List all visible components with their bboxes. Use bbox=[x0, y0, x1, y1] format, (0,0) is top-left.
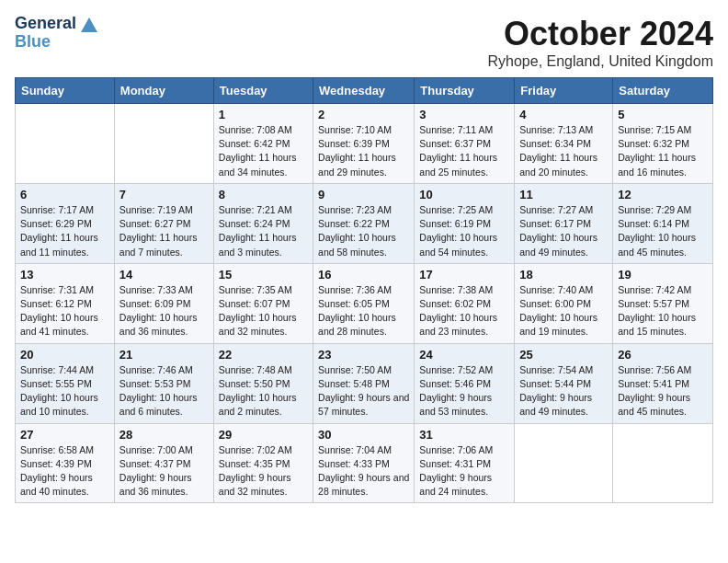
day-info: Sunrise: 7:19 AM Sunset: 6:27 PM Dayligh… bbox=[119, 203, 209, 259]
location: Ryhope, England, United Kingdom bbox=[488, 53, 714, 70]
page-header: General Blue October 2024 Ryhope, Englan… bbox=[15, 15, 713, 70]
day-info: Sunrise: 7:23 AM Sunset: 6:22 PM Dayligh… bbox=[318, 203, 409, 259]
day-info: Sunrise: 7:38 AM Sunset: 6:02 PM Dayligh… bbox=[419, 283, 509, 339]
day-number: 24 bbox=[419, 348, 509, 362]
day-number: 30 bbox=[318, 428, 409, 442]
calendar-week-2: 13Sunrise: 7:31 AM Sunset: 6:12 PM Dayli… bbox=[16, 263, 713, 343]
day-info: Sunrise: 7:50 AM Sunset: 5:48 PM Dayligh… bbox=[318, 363, 409, 419]
calendar-cell: 30Sunrise: 7:04 AM Sunset: 4:33 PM Dayli… bbox=[313, 423, 415, 503]
day-number: 29 bbox=[219, 428, 308, 442]
day-number: 10 bbox=[419, 188, 509, 201]
day-number: 8 bbox=[219, 188, 308, 201]
day-header-saturday: Saturday bbox=[613, 78, 713, 104]
calendar-cell: 8Sunrise: 7:21 AM Sunset: 6:24 PM Daylig… bbox=[213, 183, 313, 263]
day-number: 9 bbox=[318, 188, 409, 201]
day-number: 21 bbox=[119, 348, 209, 362]
day-number: 7 bbox=[119, 188, 209, 201]
day-info: Sunrise: 7:52 AM Sunset: 5:46 PM Dayligh… bbox=[419, 363, 509, 419]
day-number: 19 bbox=[618, 268, 708, 282]
day-info: Sunrise: 7:02 AM Sunset: 4:35 PM Dayligh… bbox=[219, 443, 308, 500]
logo-text: General Blue bbox=[15, 15, 99, 52]
day-number: 26 bbox=[618, 348, 708, 362]
calendar-cell: 3Sunrise: 7:11 AM Sunset: 6:37 PM Daylig… bbox=[415, 104, 515, 184]
day-info: Sunrise: 7:00 AM Sunset: 4:37 PM Dayligh… bbox=[119, 443, 209, 500]
calendar-cell: 21Sunrise: 7:46 AM Sunset: 5:53 PM Dayli… bbox=[114, 343, 213, 423]
day-info: Sunrise: 7:06 AM Sunset: 4:31 PM Dayligh… bbox=[419, 443, 509, 500]
calendar-cell: 22Sunrise: 7:48 AM Sunset: 5:50 PM Dayli… bbox=[213, 343, 313, 423]
calendar-cell: 5Sunrise: 7:15 AM Sunset: 6:32 PM Daylig… bbox=[613, 104, 713, 184]
day-header-monday: Monday bbox=[114, 78, 213, 104]
day-number: 15 bbox=[219, 268, 308, 282]
day-number: 17 bbox=[419, 268, 509, 282]
day-header-thursday: Thursday bbox=[415, 78, 515, 104]
day-number: 22 bbox=[219, 348, 308, 362]
day-header-sunday: Sunday bbox=[16, 78, 115, 104]
day-header-friday: Friday bbox=[515, 78, 613, 104]
day-number: 1 bbox=[219, 108, 308, 121]
day-number: 18 bbox=[519, 268, 608, 282]
day-number: 12 bbox=[618, 188, 708, 201]
day-info: Sunrise: 7:48 AM Sunset: 5:50 PM Dayligh… bbox=[219, 363, 308, 419]
day-number: 25 bbox=[519, 348, 608, 362]
title-block: October 2024 Ryhope, England, United Kin… bbox=[488, 15, 714, 70]
day-number: 23 bbox=[318, 348, 409, 362]
day-info: Sunrise: 6:58 AM Sunset: 4:39 PM Dayligh… bbox=[20, 443, 109, 500]
calendar-week-3: 20Sunrise: 7:44 AM Sunset: 5:55 PM Dayli… bbox=[16, 343, 713, 423]
day-info: Sunrise: 7:35 AM Sunset: 6:07 PM Dayligh… bbox=[219, 283, 308, 339]
calendar-week-1: 6Sunrise: 7:17 AM Sunset: 6:29 PM Daylig… bbox=[16, 183, 713, 263]
calendar-cell: 24Sunrise: 7:52 AM Sunset: 5:46 PM Dayli… bbox=[415, 343, 515, 423]
day-number: 11 bbox=[519, 188, 608, 201]
calendar-cell: 9Sunrise: 7:23 AM Sunset: 6:22 PM Daylig… bbox=[313, 183, 415, 263]
calendar-cell: 13Sunrise: 7:31 AM Sunset: 6:12 PM Dayli… bbox=[16, 263, 115, 343]
day-number: 20 bbox=[20, 348, 109, 362]
day-number: 28 bbox=[119, 428, 209, 442]
day-number: 16 bbox=[318, 268, 409, 282]
day-number: 5 bbox=[618, 108, 708, 121]
day-header-tuesday: Tuesday bbox=[213, 78, 313, 104]
calendar-cell bbox=[114, 104, 213, 184]
calendar-cell: 1Sunrise: 7:08 AM Sunset: 6:42 PM Daylig… bbox=[213, 104, 313, 184]
day-header-wednesday: Wednesday bbox=[313, 78, 415, 104]
calendar-cell: 26Sunrise: 7:56 AM Sunset: 5:41 PM Dayli… bbox=[613, 343, 713, 423]
day-info: Sunrise: 7:46 AM Sunset: 5:53 PM Dayligh… bbox=[119, 363, 209, 419]
calendar-cell: 14Sunrise: 7:33 AM Sunset: 6:09 PM Dayli… bbox=[114, 263, 213, 343]
calendar-table: SundayMondayTuesdayWednesdayThursdayFrid… bbox=[15, 77, 713, 503]
day-info: Sunrise: 7:25 AM Sunset: 6:19 PM Dayligh… bbox=[419, 203, 509, 259]
calendar-week-4: 27Sunrise: 6:58 AM Sunset: 4:39 PM Dayli… bbox=[16, 423, 713, 503]
calendar-cell: 19Sunrise: 7:42 AM Sunset: 5:57 PM Dayli… bbox=[613, 263, 713, 343]
day-info: Sunrise: 7:42 AM Sunset: 5:57 PM Dayligh… bbox=[618, 283, 708, 339]
calendar-cell: 15Sunrise: 7:35 AM Sunset: 6:07 PM Dayli… bbox=[213, 263, 313, 343]
calendar-cell: 31Sunrise: 7:06 AM Sunset: 4:31 PM Dayli… bbox=[415, 423, 515, 503]
day-info: Sunrise: 7:08 AM Sunset: 6:42 PM Dayligh… bbox=[219, 123, 308, 179]
calendar-cell: 16Sunrise: 7:36 AM Sunset: 6:05 PM Dayli… bbox=[313, 263, 415, 343]
day-info: Sunrise: 7:40 AM Sunset: 6:00 PM Dayligh… bbox=[519, 283, 608, 339]
svg-marker-0 bbox=[81, 17, 97, 32]
day-info: Sunrise: 7:04 AM Sunset: 4:33 PM Dayligh… bbox=[318, 443, 409, 500]
calendar-cell: 18Sunrise: 7:40 AM Sunset: 6:00 PM Dayli… bbox=[515, 263, 613, 343]
day-number: 2 bbox=[318, 108, 409, 121]
calendar-cell: 17Sunrise: 7:38 AM Sunset: 6:02 PM Dayli… bbox=[415, 263, 515, 343]
day-info: Sunrise: 7:21 AM Sunset: 6:24 PM Dayligh… bbox=[219, 203, 308, 259]
calendar-cell: 6Sunrise: 7:17 AM Sunset: 6:29 PM Daylig… bbox=[16, 183, 115, 263]
calendar-cell: 4Sunrise: 7:13 AM Sunset: 6:34 PM Daylig… bbox=[515, 104, 613, 184]
calendar-cell bbox=[613, 423, 713, 503]
calendar-cell: 27Sunrise: 6:58 AM Sunset: 4:39 PM Dayli… bbox=[16, 423, 115, 503]
day-info: Sunrise: 7:13 AM Sunset: 6:34 PM Dayligh… bbox=[519, 123, 608, 179]
day-info: Sunrise: 7:31 AM Sunset: 6:12 PM Dayligh… bbox=[20, 283, 109, 339]
calendar-cell: 29Sunrise: 7:02 AM Sunset: 4:35 PM Dayli… bbox=[213, 423, 313, 503]
calendar-header-row: SundayMondayTuesdayWednesdayThursdayFrid… bbox=[16, 78, 713, 104]
day-number: 27 bbox=[20, 428, 109, 442]
calendar-cell: 7Sunrise: 7:19 AM Sunset: 6:27 PM Daylig… bbox=[114, 183, 213, 263]
calendar-cell: 25Sunrise: 7:54 AM Sunset: 5:44 PM Dayli… bbox=[515, 343, 613, 423]
calendar-cell: 10Sunrise: 7:25 AM Sunset: 6:19 PM Dayli… bbox=[415, 183, 515, 263]
day-number: 3 bbox=[419, 108, 509, 121]
calendar-week-0: 1Sunrise: 7:08 AM Sunset: 6:42 PM Daylig… bbox=[16, 104, 713, 184]
calendar-cell: 23Sunrise: 7:50 AM Sunset: 5:48 PM Dayli… bbox=[313, 343, 415, 423]
calendar-cell: 12Sunrise: 7:29 AM Sunset: 6:14 PM Dayli… bbox=[613, 183, 713, 263]
day-info: Sunrise: 7:36 AM Sunset: 6:05 PM Dayligh… bbox=[318, 283, 409, 339]
day-info: Sunrise: 7:10 AM Sunset: 6:39 PM Dayligh… bbox=[318, 123, 409, 179]
day-info: Sunrise: 7:29 AM Sunset: 6:14 PM Dayligh… bbox=[618, 203, 708, 259]
day-number: 4 bbox=[519, 108, 608, 121]
day-info: Sunrise: 7:15 AM Sunset: 6:32 PM Dayligh… bbox=[618, 123, 708, 179]
calendar-cell: 28Sunrise: 7:00 AM Sunset: 4:37 PM Dayli… bbox=[114, 423, 213, 503]
